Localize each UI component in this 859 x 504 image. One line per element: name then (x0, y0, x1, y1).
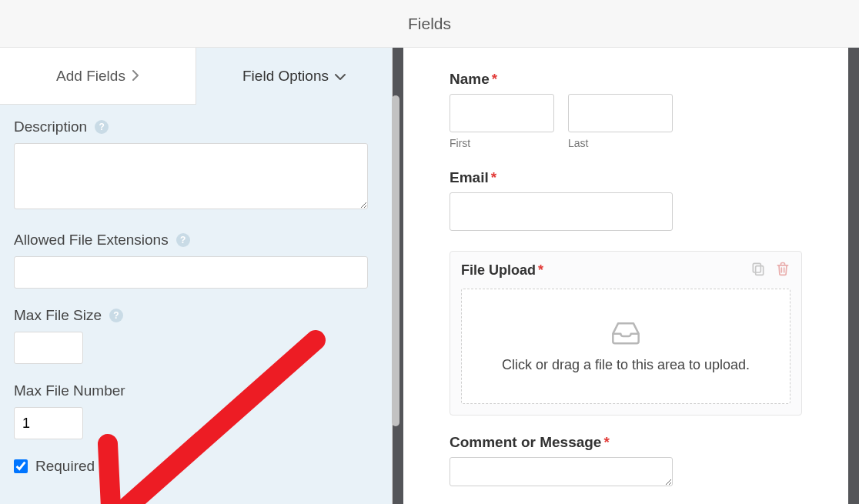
last-name-input[interactable] (568, 94, 673, 132)
allowed-ext-group: Allowed File Extensions ? (14, 232, 378, 289)
max-size-group: Max File Size ? (14, 307, 378, 364)
svg-rect-0 (753, 263, 760, 272)
duplicate-icon[interactable] (750, 261, 766, 279)
inbox-icon (610, 319, 641, 349)
required-star-icon: * (492, 71, 497, 87)
help-icon[interactable]: ? (102, 459, 116, 473)
required-star-icon: * (603, 434, 609, 450)
field-options-panel: Description ? Allowed File Extensions ? … (0, 105, 392, 498)
required-row: Required ? (14, 458, 378, 475)
name-label: Name* (450, 71, 802, 88)
svg-rect-1 (756, 266, 764, 275)
description-group: Description ? (14, 118, 378, 213)
right-chrome: Name* First Last Email* (393, 48, 859, 504)
file-upload-label: File Upload* (461, 262, 543, 279)
last-name-sublabel: Last (568, 137, 673, 149)
file-upload-field[interactable]: File Upload* Click or (450, 251, 802, 416)
max-number-label: Max File Number (14, 382, 125, 399)
max-number-input[interactable] (14, 407, 83, 439)
comment-textarea[interactable] (450, 457, 673, 486)
dropzone-text: Click or drag a file to this area to upl… (502, 357, 750, 373)
tab-add-fields[interactable]: Add Fields (0, 48, 196, 105)
required-label: Required (35, 458, 95, 475)
max-number-group: Max File Number (14, 382, 378, 439)
chevron-right-icon (132, 68, 139, 85)
email-input[interactable] (450, 192, 673, 231)
form-preview: Name* First Last Email* (403, 48, 848, 504)
first-name-sublabel: First (450, 137, 554, 149)
help-icon[interactable]: ? (176, 233, 190, 247)
help-icon[interactable]: ? (95, 120, 109, 134)
main-area: Add Fields Field Options Description ? (0, 48, 859, 504)
description-label: Description (14, 118, 87, 135)
top-bar: Fields (0, 0, 859, 48)
max-size-label: Max File Size (14, 307, 102, 324)
left-scroll-thumb[interactable] (392, 95, 399, 426)
required-star-icon: * (538, 262, 543, 278)
name-field[interactable]: Name* First Last (450, 71, 802, 149)
comment-label: Comment or Message* (450, 434, 802, 451)
first-name-input[interactable] (450, 94, 554, 132)
email-field[interactable]: Email* (450, 169, 802, 231)
description-textarea[interactable] (14, 143, 368, 209)
allowed-ext-label: Allowed File Extensions (14, 232, 169, 249)
max-size-input[interactable] (14, 332, 83, 364)
email-label: Email* (450, 169, 802, 186)
top-bar-title: Fields (408, 15, 451, 33)
tab-bar: Add Fields Field Options (0, 48, 392, 105)
left-panel: Add Fields Field Options Description ? (0, 48, 393, 504)
chevron-down-icon (335, 68, 346, 85)
tab-field-options[interactable]: Field Options (196, 48, 392, 105)
required-checkbox[interactable] (14, 459, 28, 473)
tab-add-fields-label: Add Fields (56, 68, 125, 85)
help-icon[interactable]: ? (109, 309, 123, 322)
required-star-icon: * (491, 169, 496, 185)
comment-field[interactable]: Comment or Message* (450, 434, 802, 489)
file-dropzone[interactable]: Click or drag a file to this area to upl… (461, 289, 790, 404)
tab-field-options-label: Field Options (242, 68, 329, 85)
trash-icon[interactable] (775, 261, 790, 279)
allowed-ext-input[interactable] (14, 256, 368, 289)
